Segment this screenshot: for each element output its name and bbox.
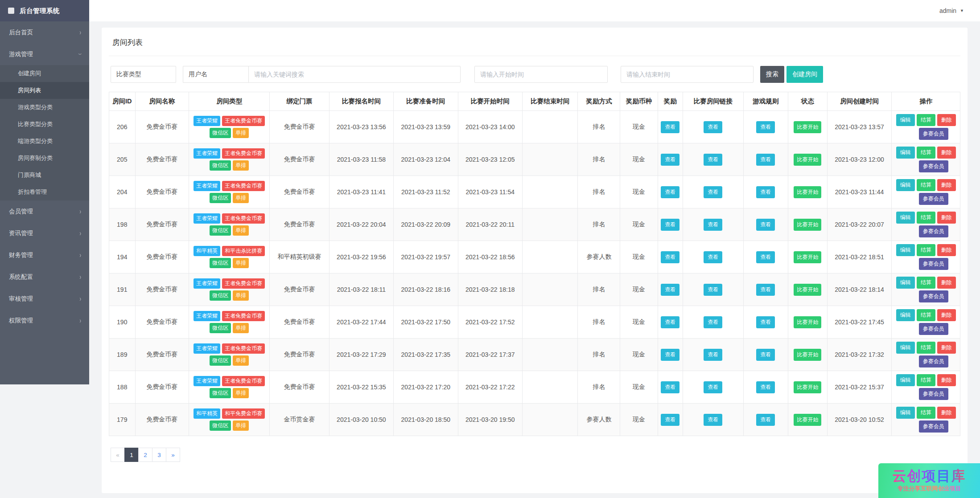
status-button[interactable]: 比赛开始 — [794, 219, 821, 231]
view-link-button[interactable]: 查看 — [704, 121, 722, 133]
edit-button[interactable]: 编辑 — [896, 179, 915, 191]
sidebar-item-权限管理[interactable]: 权限管理› — [0, 310, 89, 331]
edit-button[interactable]: 编辑 — [896, 342, 915, 354]
status-button[interactable]: 比赛开始 — [794, 251, 821, 263]
settle-button[interactable]: 结算 — [917, 374, 935, 386]
settle-button[interactable]: 结算 — [917, 277, 935, 289]
view-reward-button[interactable]: 查看 — [661, 414, 679, 426]
edit-button[interactable]: 编辑 — [896, 244, 915, 256]
edit-button[interactable]: 编辑 — [896, 147, 915, 159]
search-button[interactable]: 搜索 — [760, 66, 784, 83]
view-link-button[interactable]: 查看 — [704, 349, 722, 361]
settle-button[interactable]: 结算 — [917, 147, 935, 159]
page-button-1[interactable]: 1 — [124, 448, 139, 462]
status-button[interactable]: 比赛开始 — [794, 414, 821, 426]
username-input[interactable] — [183, 66, 248, 83]
status-button[interactable]: 比赛开始 — [794, 154, 821, 166]
sidebar-subitem-创建房间[interactable]: 创建房间 — [0, 65, 89, 82]
view-reward-button[interactable]: 查看 — [661, 219, 679, 231]
delete-button[interactable]: 删除 — [937, 342, 956, 354]
sidebar-subitem-房间赛制分类[interactable]: 房间赛制分类 — [0, 150, 89, 167]
user-menu[interactable]: admin ▼ — [939, 7, 964, 14]
view-rules-button[interactable]: 查看 — [756, 219, 775, 231]
view-reward-button[interactable]: 查看 — [661, 284, 679, 296]
status-button[interactable]: 比赛开始 — [794, 316, 821, 328]
view-rules-button[interactable]: 查看 — [756, 186, 775, 198]
edit-button[interactable]: 编辑 — [896, 277, 915, 289]
view-rules-button[interactable]: 查看 — [756, 121, 775, 133]
status-button[interactable]: 比赛开始 — [794, 381, 821, 393]
sidebar-subitem-游戏类型分类[interactable]: 游戏类型分类 — [0, 99, 89, 116]
members-button[interactable]: 参赛会员 — [919, 225, 948, 237]
delete-button[interactable]: 删除 — [937, 407, 956, 419]
view-reward-button[interactable]: 查看 — [661, 349, 679, 361]
view-rules-button[interactable]: 查看 — [756, 154, 775, 166]
settle-button[interactable]: 结算 — [917, 342, 935, 354]
status-button[interactable]: 比赛开始 — [794, 186, 821, 198]
keyword-search-input[interactable] — [248, 66, 461, 83]
settle-button[interactable]: 结算 — [917, 309, 935, 321]
page-next-button[interactable]: » — [166, 448, 180, 462]
settle-button[interactable]: 结算 — [917, 244, 935, 256]
delete-button[interactable]: 删除 — [937, 179, 956, 191]
view-link-button[interactable]: 查看 — [704, 381, 722, 393]
end-time-input[interactable] — [621, 66, 754, 83]
view-rules-button[interactable]: 查看 — [756, 251, 775, 263]
view-link-button[interactable]: 查看 — [704, 316, 722, 328]
members-button[interactable]: 参赛会员 — [919, 355, 948, 367]
sidebar-item-资讯管理[interactable]: 资讯管理› — [0, 222, 89, 244]
sidebar-subitem-端游类型分类[interactable]: 端游类型分类 — [0, 133, 89, 150]
view-link-button[interactable]: 查看 — [704, 186, 722, 198]
edit-button[interactable]: 编辑 — [896, 114, 915, 126]
sidebar-subitem-门票商城[interactable]: 门票商城 — [0, 167, 89, 184]
edit-button[interactable]: 编辑 — [896, 212, 915, 224]
members-button[interactable]: 参赛会员 — [919, 160, 948, 172]
sidebar-item-审核管理[interactable]: 审核管理› — [0, 288, 89, 310]
sidebar-item-会员管理[interactable]: 会员管理› — [0, 200, 89, 222]
view-link-button[interactable]: 查看 — [704, 284, 722, 296]
delete-button[interactable]: 删除 — [937, 309, 956, 321]
sidebar-subitem-比赛类型分类[interactable]: 比赛类型分类 — [0, 116, 89, 133]
members-button[interactable]: 参赛会员 — [919, 193, 948, 205]
view-rules-button[interactable]: 查看 — [756, 349, 775, 361]
view-reward-button[interactable]: 查看 — [661, 186, 679, 198]
view-link-button[interactable]: 查看 — [704, 219, 722, 231]
edit-button[interactable]: 编辑 — [896, 407, 915, 419]
status-button[interactable]: 比赛开始 — [794, 284, 821, 296]
sidebar-item-游戏管理[interactable]: 游戏管理› — [0, 43, 89, 65]
members-button[interactable]: 参赛会员 — [919, 128, 948, 140]
sidebar-item-后台首页[interactable]: 后台首页› — [0, 21, 89, 43]
delete-button[interactable]: 删除 — [937, 212, 956, 224]
view-link-button[interactable]: 查看 — [704, 154, 722, 166]
view-link-button[interactable]: 查看 — [704, 251, 722, 263]
view-rules-button[interactable]: 查看 — [756, 284, 775, 296]
sidebar-subitem-折扣卷管理[interactable]: 折扣卷管理 — [0, 184, 89, 200]
page-button-2[interactable]: 2 — [138, 448, 152, 462]
view-reward-button[interactable]: 查看 — [661, 251, 679, 263]
view-rules-button[interactable]: 查看 — [756, 381, 775, 393]
sidebar-item-系统配置[interactable]: 系统配置› — [0, 266, 89, 288]
members-button[interactable]: 参赛会员 — [919, 420, 948, 433]
view-reward-button[interactable]: 查看 — [661, 316, 679, 328]
status-button[interactable]: 比赛开始 — [794, 121, 821, 133]
sidebar-item-财务管理[interactable]: 财务管理› — [0, 244, 89, 266]
settle-button[interactable]: 结算 — [917, 114, 935, 126]
delete-button[interactable]: 删除 — [937, 147, 956, 159]
members-button[interactable]: 参赛会员 — [919, 258, 948, 270]
edit-button[interactable]: 编辑 — [896, 309, 915, 321]
members-button[interactable]: 参赛会员 — [919, 290, 948, 302]
create-room-button[interactable]: 创建房间 — [786, 66, 823, 83]
view-reward-button[interactable]: 查看 — [661, 154, 679, 166]
settle-button[interactable]: 结算 — [917, 407, 935, 419]
view-link-button[interactable]: 查看 — [704, 414, 722, 426]
edit-button[interactable]: 编辑 — [896, 374, 915, 386]
settle-button[interactable]: 结算 — [917, 212, 935, 224]
view-reward-button[interactable]: 查看 — [661, 381, 679, 393]
view-rules-button[interactable]: 查看 — [756, 414, 775, 426]
sidebar-subitem-房间列表[interactable]: 房间列表 — [0, 82, 89, 99]
start-time-input[interactable] — [474, 66, 608, 83]
delete-button[interactable]: 删除 — [937, 277, 956, 289]
members-button[interactable]: 参赛会员 — [919, 323, 948, 335]
settle-button[interactable]: 结算 — [917, 179, 935, 191]
page-button-3[interactable]: 3 — [152, 448, 166, 462]
